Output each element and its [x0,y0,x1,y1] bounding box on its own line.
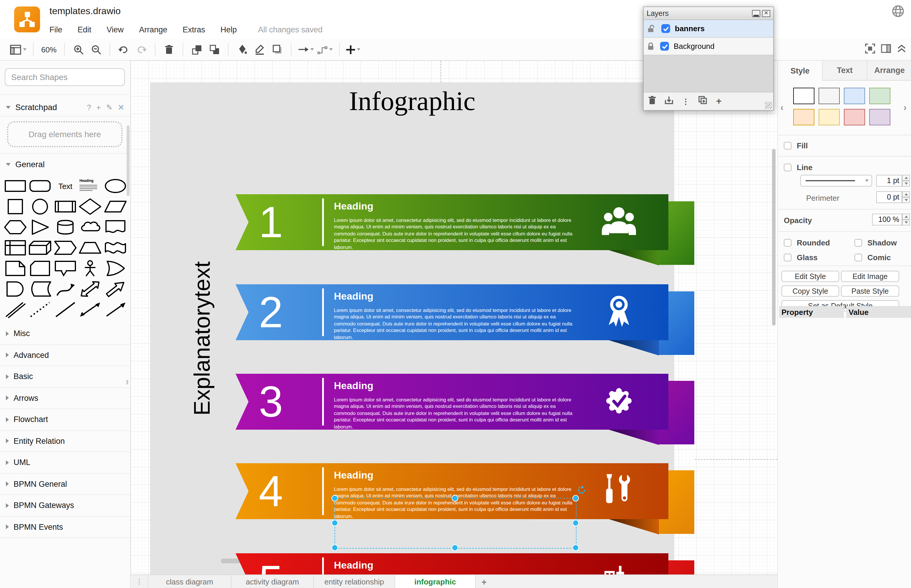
tab-style[interactable]: Style [778,61,822,81]
collapse-icon[interactable] [897,44,906,55]
bidirectional-arrow-shape[interactable] [78,279,102,300]
triangle-shape[interactable] [28,217,53,238]
layers-window-titlebar[interactable]: Layers ▬ ✕ [644,7,773,20]
sidebar-scrollbar[interactable] [126,125,129,196]
parallelogram-shape[interactable] [103,197,128,217]
sidebar-section-misc[interactable]: Misc [0,323,130,345]
ellipse-shape[interactable] [103,176,128,197]
sidebar-section-arrows[interactable]: Arrows [0,388,130,409]
line-width-field[interactable]: 1 pt [876,175,902,187]
sidebar-resize-grip[interactable]: ‖ [126,378,129,387]
banner-body-text[interactable]: Lorem ipsum dolor sit amet, consectetur … [334,307,578,341]
banner-heading[interactable]: Heading [334,560,373,572]
directional-connector-shape[interactable] [103,300,128,320]
fullscreen-icon[interactable] [865,44,875,56]
zoom-in-button[interactable] [70,42,87,57]
move-to-layer-icon[interactable] [665,96,673,107]
layer-row-background[interactable]: Background [644,38,773,55]
cloud-shape[interactable] [78,217,102,238]
bidirectional-connector-shape[interactable] [78,300,102,320]
banner-body-text[interactable]: Lorem ipsum dolor sit amet, consectetur … [334,217,578,251]
dashed-line-shape[interactable] [28,300,53,320]
line-shape[interactable] [53,300,78,320]
tape-shape[interactable] [103,238,128,258]
delete-button[interactable] [160,42,178,57]
waypoints-button[interactable] [316,42,335,57]
diagram-canvas[interactable]: Infographic Explanatorytext 1HeadingLore… [131,61,777,575]
sidebar-section-basic[interactable]: Basic [0,366,130,388]
globe-icon[interactable] [892,5,905,20]
fill-checkbox[interactable] [784,142,791,149]
to-back-button[interactable] [206,42,223,57]
menu-file[interactable]: File [50,25,62,34]
menu-view[interactable]: View [107,25,124,34]
add-page-button[interactable]: + [476,575,492,588]
tab-text[interactable]: Text [822,61,867,81]
menu-help[interactable]: Help [220,25,237,34]
selection-handle[interactable] [573,544,579,551]
zoom-level-select[interactable]: 60% [38,42,60,57]
banner-2[interactable]: 2HeadingLorem ipsum dolor sit amet, cons… [236,284,668,340]
line-width-stepper[interactable] [902,175,910,187]
explanatory-text-label[interactable]: Explanatorytext [189,233,215,444]
rounded-rectangle-shape[interactable] [28,176,53,197]
document-shape[interactable] [103,217,128,238]
rotate-handle-icon[interactable] [577,486,586,497]
menu-arrange[interactable]: Arrange [139,25,167,34]
process-shape[interactable] [53,197,78,217]
edit-icon[interactable]: ✎ [106,103,112,111]
style-swatch-3[interactable] [869,88,890,104]
close-icon[interactable]: ✕ [118,103,124,111]
shadow-checkbox[interactable] [854,239,862,246]
minimize-icon[interactable]: ▬ [752,10,760,17]
shadow-button[interactable] [269,42,286,57]
textbox-shape[interactable]: Heading [78,176,102,197]
line-color-button[interactable] [251,42,269,57]
tab-class-diagram[interactable]: class diagram [149,575,231,588]
curve-shape[interactable] [53,279,78,300]
duplicate-layer-icon[interactable] [698,96,707,107]
connection-button[interactable] [296,42,316,57]
add-icon[interactable]: + [96,103,101,111]
swatch-prev-icon[interactable]: ‹ [780,102,783,114]
sidebar-section-bpmn-general[interactable]: BPMN General [0,473,130,495]
banner-heading[interactable]: Heading [334,470,373,481]
pages-menu-icon[interactable]: ⋮ [131,575,149,588]
selection-handle[interactable] [332,495,338,501]
to-front-button[interactable] [188,42,206,57]
zoom-out-button[interactable] [87,42,105,57]
style-swatch-4[interactable] [793,109,814,125]
sidebar-section-advanced[interactable]: Advanced [0,345,130,366]
close-icon[interactable]: ✕ [762,10,770,17]
delete-layer-icon[interactable] [648,96,656,107]
style-swatch-0[interactable] [793,88,814,104]
perimeter-field[interactable]: 0 pt [876,191,902,203]
square-shape[interactable] [3,197,28,217]
menu-edit[interactable]: Edit [78,25,92,34]
sidebar-section-bpmn-events[interactable]: BPMN Events [0,517,130,538]
selection-handle[interactable] [332,544,338,551]
hexagon-shape[interactable] [3,217,28,238]
or-shape[interactable] [103,258,128,279]
selection-handle[interactable] [451,544,458,551]
sidebar-section-flowchart[interactable]: Flowchart [0,409,130,431]
layer-visible-checkbox[interactable] [661,24,670,33]
note-shape[interactable] [3,258,28,279]
banner-1[interactable]: 1HeadingLorem ipsum dolor sit amet, cons… [236,194,668,250]
tab-activity-diagram[interactable]: activity diagram [231,575,314,588]
selection-handle[interactable] [573,520,579,526]
comic-checkbox[interactable] [854,254,862,261]
scratchpad-header[interactable]: Scratchpad ? + ✎ ✕ [0,100,130,115]
arrow-shape[interactable] [103,279,128,300]
layer-menu-icon[interactable]: ⋮ [682,97,689,106]
layer-visible-checkbox[interactable] [660,42,669,51]
link-shape[interactable] [3,300,28,320]
swatch-next-icon[interactable]: › [903,102,906,114]
sidebar-section-entity-relation[interactable]: Entity Relation [0,431,130,452]
scratchpad-drop-zone[interactable]: Drag elements here [7,121,123,147]
trapezoid-shape[interactable] [78,238,102,258]
search-input[interactable] [10,72,119,82]
add-layer-icon[interactable]: + [716,97,722,106]
rounded-checkbox[interactable] [784,239,791,246]
callout-shape[interactable] [53,258,78,279]
